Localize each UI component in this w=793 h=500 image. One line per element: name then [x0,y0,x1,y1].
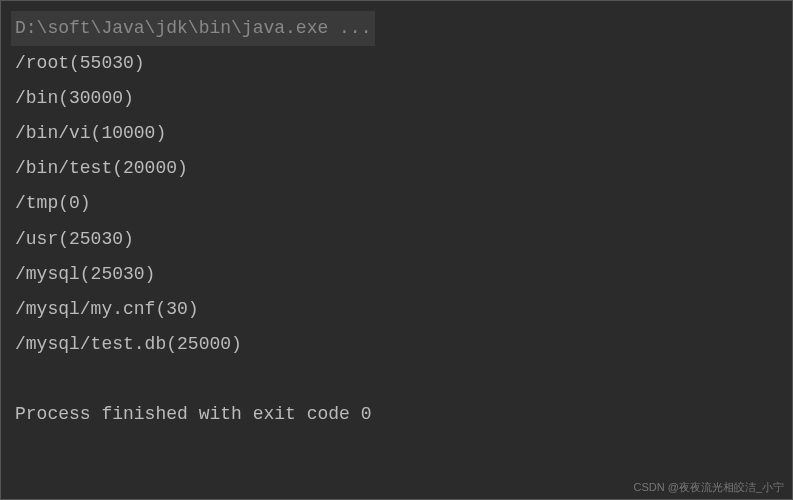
output-line: /root(55030) [15,46,778,81]
output-line: /bin(30000) [15,81,778,116]
blank-line [15,362,778,397]
command-line: D:\soft\Java\jdk\bin\java.exe ... [15,11,778,46]
output-line: /mysql(25030) [15,257,778,292]
output-line: /tmp(0) [15,186,778,221]
output-line: /bin/test(20000) [15,151,778,186]
exit-message: Process finished with exit code 0 [15,397,778,432]
output-line: /usr(25030) [15,222,778,257]
output-line: /bin/vi(10000) [15,116,778,151]
watermark: CSDN @夜夜流光相皎洁_小宁 [633,480,784,495]
output-line: /mysql/test.db(25000) [15,327,778,362]
output-line: /mysql/my.cnf(30) [15,292,778,327]
console-output: D:\soft\Java\jdk\bin\java.exe ... /root(… [1,1,792,442]
command-text: D:\soft\Java\jdk\bin\java.exe ... [11,11,375,46]
